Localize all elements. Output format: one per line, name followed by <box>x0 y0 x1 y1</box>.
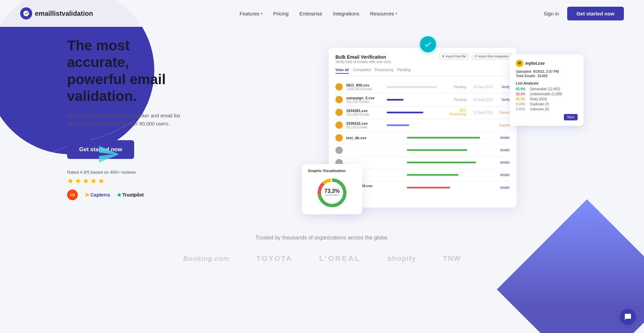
nav-integrations[interactable]: Integrations <box>333 11 359 16</box>
risky-label: Risky (624) <box>530 97 578 101</box>
row-bar <box>387 99 404 101</box>
duplicate-pct: 0.00% <box>516 102 528 106</box>
list-upload-meta: Uploaded 9/19/22, 2:57 PM <box>516 70 578 73</box>
paper-plane-svg <box>99 146 119 163</box>
hero-title: The most accurate, powerful email valida… <box>67 37 188 105</box>
tab-processing[interactable]: Processing <box>375 68 393 74</box>
logo-svg <box>23 10 30 17</box>
row-info: test_db.csv <box>346 136 404 140</box>
booking-logo: Booking.com <box>183 255 229 263</box>
nav-pricing[interactable]: Pricing <box>273 11 289 16</box>
chat-button[interactable] <box>620 309 636 325</box>
upload-icon: ⬆ <box>442 55 445 58</box>
chat-icon <box>624 313 632 321</box>
deliverable-pct: 65.9% <box>516 87 528 91</box>
row-bar <box>407 174 459 176</box>
row-info: SEO_800.csv 1,902,303 Emails <box>346 83 383 91</box>
row-bar <box>407 162 476 163</box>
analysis-row-deliverable: 65.9% Deliverable (12,402) <box>516 87 578 91</box>
logo-icon <box>20 7 32 19</box>
star-2: ★ <box>75 177 82 185</box>
hero-mockup: Bulk Email Verification Verify lists of … <box>201 34 644 208</box>
tab-view-all[interactable]: View all <box>335 68 349 74</box>
deliverable-label: Deliverable (12,402) <box>530 87 578 91</box>
trusted-logos: Booking.com TOYOTA L'OREAL shopify TNW <box>0 254 644 263</box>
tab-pending[interactable]: Pending <box>397 68 411 74</box>
nav-right: Sign in Get started now <box>544 7 624 20</box>
donut-title: Graphic Visualisation <box>308 169 356 173</box>
row-info: 1934281.csv 232,658 Emails <box>346 109 383 116</box>
tnw-logo: TNW <box>443 254 461 263</box>
donut-wrap: 73,3% Deliverable <box>308 176 356 210</box>
row-icon <box>335 147 343 154</box>
nav-resources[interactable]: Resources ▾ <box>370 11 397 16</box>
import-buttons: ⬆ Import from file ⟳ Import from Integra… <box>439 53 512 60</box>
donut-chart-card: Graphic Visualisation 73,3% Deliverable <box>302 164 362 214</box>
row-bar-wrap <box>407 174 493 176</box>
row-bar-wrap <box>387 124 443 126</box>
unknown-label: Unknown (0) <box>530 107 578 111</box>
row-info: 1939232.csv 54,120 Emails <box>346 121 383 129</box>
row-bar <box>407 187 450 188</box>
bulk-tabs: View all Completed Processing Pending <box>335 68 510 76</box>
table-row: 1934281.csv 232,658 Emails 65% Processin… <box>335 106 510 119</box>
g2-logo: G2 <box>67 189 78 200</box>
trusted-text: Trusted by thousands of organizations ac… <box>0 235 644 241</box>
risky-pct: 02.3% <box>516 97 528 101</box>
row-bar <box>387 124 409 126</box>
analysis-row-duplicate: 0.00% Duplicate (2) <box>516 102 578 106</box>
logo[interactable]: emaillistvalidation <box>20 7 93 19</box>
hero-content: The most accurate, powerful email valida… <box>0 37 188 204</box>
import-from-file-button[interactable]: ⬆ Import from file <box>439 53 469 60</box>
bulk-card-subtitle: Verify lists of emails with one click. <box>335 60 510 64</box>
list-analysis-card: M mylist.csv Uploaded 9/19/22, 2:57 PM T… <box>510 54 584 126</box>
navbar: emaillistvalidation Features ▾ Pricing E… <box>0 0 644 27</box>
mockup-container: Bulk Email Verification Verify lists of … <box>329 48 517 208</box>
list-avatar: M <box>516 60 523 67</box>
star-3: ★ <box>83 177 89 185</box>
svg-marker-4 <box>99 146 119 163</box>
hero-section: The most accurate, powerful email valida… <box>0 0 644 215</box>
loreal-logo: L'OREAL <box>319 254 361 263</box>
shopify-logo: shopify <box>387 254 416 263</box>
nav-enterprise[interactable]: Enterprise <box>299 11 322 16</box>
trust-logos: G2 ➤ Capterra ★ Trustpilot <box>67 189 188 200</box>
import-from-integration-button[interactable]: ⟳ Import from Integration <box>472 53 512 60</box>
nav-cta-button[interactable]: Get started now <box>567 7 624 20</box>
tab-completed[interactable]: Completed <box>353 68 371 74</box>
undeliverable-pct: 32.2% <box>516 92 528 96</box>
g2-badge: G2 <box>67 189 78 200</box>
sign-in-button[interactable]: Sign in <box>544 11 559 16</box>
row-bar <box>407 149 467 151</box>
undeliverable-label: Undeliverable (3,289) <box>530 92 578 96</box>
table-row: 1939232.csv 54,120 Emails Cancel <box>335 119 510 132</box>
star-4: ★ <box>90 177 97 185</box>
donut-label-text: Deliverable <box>325 193 339 197</box>
row-bar <box>387 112 423 113</box>
row-bar-wrap <box>407 137 493 138</box>
nav-links: Features ▾ Pricing Enterprise Integratio… <box>239 11 397 16</box>
row-bar-wrap <box>407 187 493 188</box>
table-row: campaign_2.csv 321,628 Emails Pending 19… <box>335 94 510 106</box>
verified-badge <box>420 36 436 52</box>
analysis-row-unknown: 0.00% Unknown (0) <box>516 107 578 111</box>
ratings-section: Rated 4.8/5 based on 400+ reviews ★ ★ ★ … <box>67 170 188 200</box>
star-rating: ★ ★ ★ ★ ★ <box>67 177 188 185</box>
nav-features[interactable]: Features ▾ <box>239 11 262 16</box>
trusted-section: Trusted by thousands of organizations ac… <box>0 215 644 276</box>
table-row: details <box>335 144 510 157</box>
table-row: test_db.csv details <box>335 132 510 144</box>
row-bar-wrap <box>407 149 493 151</box>
list-total-meta: Total Emails 19,603 <box>516 74 578 78</box>
row-bar-wrap <box>387 112 443 113</box>
row-icon <box>335 109 343 116</box>
chevron-down-icon: ▾ <box>261 12 263 15</box>
next-button[interactable]: Next <box>564 114 578 120</box>
logo-text: emaillistvalidation <box>35 10 93 17</box>
row-icon <box>335 134 343 142</box>
analysis-row-risky: 02.3% Risky (624) <box>516 97 578 101</box>
capterra-text: Capterra <box>91 192 110 198</box>
list-filename: M mylist.csv <box>516 60 578 67</box>
row-bar-wrap <box>387 86 443 88</box>
row-icon <box>335 83 343 91</box>
